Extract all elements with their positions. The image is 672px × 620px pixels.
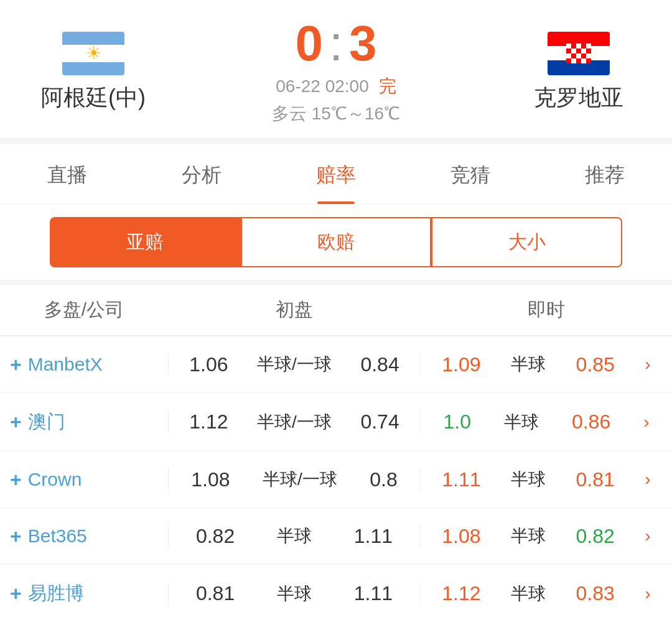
company-cell-bet365: + Bet365 (0, 525, 168, 548)
score-away: 3 (349, 19, 377, 68)
croatia-checker (566, 44, 591, 63)
odds-row-yishengbo: + 易胜博 0.81 半球 1.11 1.12 半球 0.83 › (0, 565, 672, 620)
expand-icon-yishengbo[interactable]: + (10, 582, 22, 605)
live-home-yishengbo: 1.12 (442, 582, 480, 605)
initial-away-yishengbo: 1.11 (354, 582, 393, 605)
company-name-macau[interactable]: 澳门 (28, 409, 65, 435)
home-team-block: 阿根廷(中) (12, 32, 174, 113)
initial-home-yishengbo: 0.81 (196, 582, 235, 605)
company-name-crown[interactable]: Crown (28, 469, 82, 490)
table-header: 多盘/公司 初盘 即时 (0, 285, 672, 336)
score-display: 0 : 3 (295, 19, 376, 68)
tab-analysis[interactable]: 分析 (134, 144, 269, 204)
live-cell-crown: 1.11 半球 0.81 › (420, 468, 672, 491)
sub-tab-asia[interactable]: 亚赔 (50, 217, 241, 267)
live-away-manbetx: 0.85 (576, 353, 615, 376)
odds-row-bet365: + Bet365 0.82 半球 1.11 1.08 半球 0.82 › (0, 508, 672, 565)
odds-row-manbetx: + ManbetX 1.06 半球/一球 0.84 1.09 半球 0.85 › (0, 336, 672, 393)
initial-away-macau: 0.74 (360, 410, 399, 433)
initial-handicap-manbetx: 半球/一球 (257, 353, 332, 376)
initial-away-crown: 0.8 (370, 468, 397, 491)
header-initial: 初盘 (168, 297, 420, 323)
away-team-block: 克罗地亚 (498, 32, 660, 113)
live-home-crown: 1.11 (442, 468, 480, 491)
away-team-name: 克罗地亚 (534, 83, 623, 113)
expand-icon-macau[interactable]: + (10, 410, 22, 433)
arrow-yishengbo[interactable]: › (645, 584, 650, 604)
initial-handicap-yishengbo: 半球 (277, 582, 312, 606)
score-block: 0 : 3 06-22 02:00 完 多云 15℃～16℃ (174, 19, 498, 126)
odds-row-crown: + Crown 1.08 半球/一球 0.8 1.11 半球 0.81 › (0, 451, 672, 508)
live-handicap-macau: 半球 (504, 410, 539, 434)
live-away-yishengbo: 0.83 (576, 582, 615, 605)
live-away-crown: 0.81 (576, 468, 615, 491)
arrow-macau[interactable]: › (643, 412, 649, 432)
sub-tab-euro[interactable]: 欧赔 (241, 217, 432, 267)
initial-home-macau: 1.12 (189, 410, 228, 433)
expand-icon-bet365[interactable]: + (10, 525, 22, 548)
live-cell-macau: 1.0 半球 0.86 › (420, 410, 672, 434)
initial-away-bet365: 1.11 (354, 525, 393, 548)
initial-cell-macau: 1.12 半球/一球 0.74 (168, 410, 420, 434)
company-name-manbetx[interactable]: ManbetX (28, 354, 103, 375)
sub-tab-size[interactable]: 大小 (431, 217, 622, 267)
initial-cell-bet365: 0.82 半球 1.11 (168, 524, 420, 548)
initial-cell-crown: 1.08 半球/一球 0.8 (168, 468, 420, 491)
live-handicap-yishengbo: 半球 (511, 582, 546, 606)
home-team-flag (62, 32, 124, 75)
expand-icon-manbetx[interactable]: + (10, 353, 22, 376)
company-name-yishengbo[interactable]: 易胜博 (28, 581, 84, 606)
company-cell-macau: + 澳门 (0, 409, 168, 435)
company-name-bet365[interactable]: Bet365 (28, 525, 87, 547)
live-home-manbetx: 1.09 (442, 353, 480, 376)
arrow-crown[interactable]: › (645, 470, 650, 489)
score-home: 0 (295, 19, 323, 68)
match-status: 完 (379, 75, 396, 98)
match-info: 06-22 02:00 完 (276, 75, 396, 98)
company-cell-yishengbo: + 易胜博 (0, 581, 168, 606)
live-home-macau: 1.0 (443, 410, 470, 433)
divider-1 (0, 138, 672, 144)
match-header: 阿根廷(中) 0 : 3 06-22 02:00 完 多云 15℃～16℃ 克罗… (0, 0, 672, 138)
live-cell-yishengbo: 1.12 半球 0.83 › (420, 582, 672, 606)
main-tabs: 直播 分析 赔率 竞猜 推荐 (0, 144, 672, 205)
company-cell-crown: + Crown (0, 468, 168, 491)
expand-icon-crown[interactable]: + (10, 468, 22, 491)
live-away-macau: 0.86 (572, 410, 610, 433)
initial-home-bet365: 0.82 (196, 525, 235, 548)
match-date: 06-22 02:00 (276, 76, 368, 96)
live-handicap-manbetx: 半球 (511, 353, 546, 376)
arrow-bet365[interactable]: › (645, 526, 650, 546)
company-cell-manbetx: + ManbetX (0, 353, 168, 376)
initial-home-manbetx: 1.06 (189, 353, 228, 376)
home-team-name: 阿根廷(中) (41, 83, 146, 113)
initial-home-crown: 1.08 (191, 468, 230, 491)
live-cell-manbetx: 1.09 半球 0.85 › (420, 353, 672, 376)
odds-table: + ManbetX 1.06 半球/一球 0.84 1.09 半球 0.85 ›… (0, 336, 672, 620)
tab-live[interactable]: 直播 (0, 144, 134, 204)
initial-handicap-crown: 半球/一球 (263, 468, 337, 491)
sub-tabs: 亚赔 欧赔 大小 (0, 205, 672, 285)
header-live: 即时 (420, 297, 672, 323)
initial-cell-yishengbo: 0.81 半球 1.11 (168, 582, 420, 606)
match-weather: 多云 15℃～16℃ (272, 102, 400, 126)
initial-cell-manbetx: 1.06 半球/一球 0.84 (168, 353, 420, 376)
live-cell-bet365: 1.08 半球 0.82 › (420, 524, 672, 548)
initial-handicap-bet365: 半球 (277, 524, 312, 548)
live-handicap-bet365: 半球 (511, 524, 546, 548)
odds-row-macau: + 澳门 1.12 半球/一球 0.74 1.0 半球 0.86 › (0, 393, 672, 451)
away-team-flag (548, 32, 610, 75)
live-handicap-crown: 半球 (511, 468, 546, 491)
live-away-bet365: 0.82 (576, 525, 615, 548)
arrow-manbetx[interactable]: › (645, 354, 650, 374)
tab-guess[interactable]: 竞猜 (403, 144, 538, 204)
header-company: 多盘/公司 (0, 297, 168, 323)
initial-handicap-macau: 半球/一球 (257, 410, 332, 434)
tab-recommend[interactable]: 推荐 (538, 144, 672, 204)
live-home-bet365: 1.08 (442, 525, 480, 548)
tab-odds[interactable]: 赔率 (269, 144, 403, 204)
initial-away-manbetx: 0.84 (360, 353, 399, 376)
score-colon: : (329, 19, 343, 68)
